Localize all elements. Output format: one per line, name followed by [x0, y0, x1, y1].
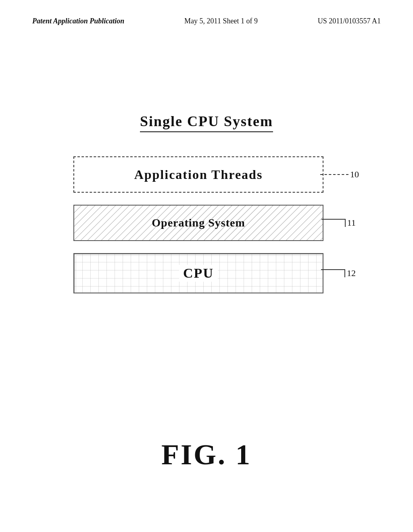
header-patent-number: US 2011/0103557 A1: [318, 16, 381, 26]
app-threads-ref: 10: [320, 169, 359, 180]
ref-line-os: [321, 219, 346, 227]
os-label-container: Operating System: [148, 216, 248, 229]
os-block-wrapper: Operating System 11: [73, 205, 323, 241]
cpu-label-container: CPU: [179, 265, 218, 282]
header-date-sheet: May 5, 2011 Sheet 1 of 9: [184, 16, 258, 26]
ref-line-app: [320, 174, 348, 175]
blocks-container: Application Threads 10 Op: [69, 156, 344, 293]
figure-label: FIG. 1: [0, 438, 413, 472]
cpu-ref-number: 12: [347, 268, 356, 278]
cpu-block: CPU: [73, 253, 323, 293]
app-threads-label: Application Threads: [134, 167, 263, 182]
diagram-area: Single CPU System Application Threads 10: [0, 113, 413, 293]
header-publication-label: Patent Application Publication: [32, 16, 124, 26]
os-label: Operating System: [152, 216, 245, 229]
os-ref: 11: [321, 218, 356, 228]
page-header: Patent Application Publication May 5, 20…: [0, 16, 413, 26]
app-threads-ref-number: 10: [350, 169, 359, 180]
cpu-block-wrapper: CPU 12: [73, 253, 323, 293]
ref-line-cpu: [321, 269, 345, 277]
os-block: Operating System: [73, 205, 323, 241]
cpu-ref: 12: [321, 268, 356, 278]
os-ref-number: 11: [347, 218, 356, 228]
diagram-title: Single CPU System: [140, 113, 273, 132]
app-threads-block: Application Threads 10: [73, 156, 323, 193]
cpu-label: CPU: [183, 266, 214, 281]
